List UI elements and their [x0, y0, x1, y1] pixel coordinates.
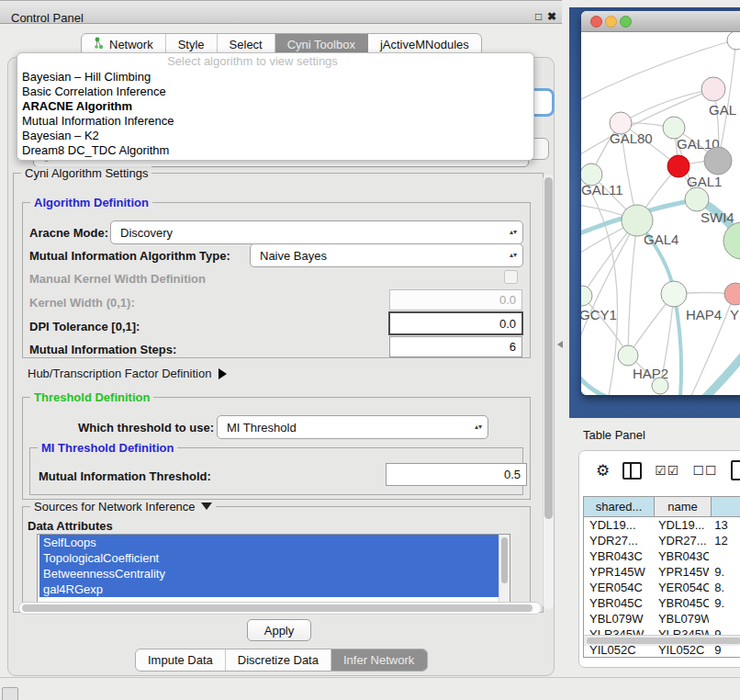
- settings-horizontal-scrollbar[interactable]: [18, 602, 542, 615]
- aracne-mode-select[interactable]: Discovery ▴▾: [110, 220, 523, 244]
- network-window-titlebar[interactable]: [581, 11, 740, 32]
- algorithm-option[interactable]: Mutual Information Inference: [17, 114, 533, 129]
- data-attribute-item[interactable]: TopologicalCoefficient: [39, 550, 499, 566]
- node-table[interactable]: shared... name YDL19...YDL19...13YDR27..…: [583, 496, 740, 658]
- network-edge: [674, 294, 681, 395]
- deselect-all-checks-icon[interactable]: ☐☐: [692, 463, 717, 478]
- expand-right-icon: [219, 368, 227, 379]
- network-node-label: HAP4: [686, 307, 722, 322]
- data-attribute-item[interactable]: gal4RGexp: [39, 581, 499, 597]
- algorithm-option[interactable]: Dream8 DC_TDC Algorithm: [17, 143, 533, 158]
- network-node[interactable]: [701, 77, 725, 101]
- mi-threshold-label: Mutual Information Threshold:: [39, 469, 211, 483]
- which-threshold-label: Which threshold to use:: [78, 421, 214, 435]
- close-window-icon[interactable]: ✖: [547, 10, 556, 23]
- kernel-width-label: Kernel Width (0,1):: [29, 296, 135, 310]
- table-horizontal-scrollbar[interactable]: [584, 635, 740, 646]
- select-all-checks-icon[interactable]: ☑☑: [655, 463, 679, 478]
- apply-button[interactable]: Apply: [247, 619, 311, 641]
- network-node[interactable]: [723, 222, 740, 259]
- mi-algorithm-type-select[interactable]: Naive Bayes ▴▾: [250, 243, 523, 267]
- network-icon: [94, 37, 105, 52]
- close-traffic-light-icon[interactable]: [590, 16, 602, 28]
- algorithm-option[interactable]: Basic Correlation Inference: [17, 85, 533, 99]
- table-row[interactable]: YDR27...YDR27...12: [584, 533, 740, 548]
- table-row[interactable]: YDL19...YDL19...13: [584, 517, 740, 533]
- status-strip: [0, 677, 740, 700]
- network-node[interactable]: [727, 32, 740, 50]
- manual-kernel-width-checkbox[interactable]: [504, 270, 518, 284]
- table-row[interactable]: YBR045CYBR045C9.: [584, 595, 740, 611]
- table-row[interactable]: YPR145WYPR145W9.: [584, 564, 740, 580]
- network-node[interactable]: [652, 378, 668, 394]
- mi-threshold-definition-title: MI Threshold Definition: [38, 441, 177, 455]
- table-cell: [709, 548, 740, 564]
- document-icon[interactable]: [731, 460, 740, 480]
- tab-impute-data[interactable]: Impute Data: [136, 649, 226, 671]
- data-attribute-item[interactable]: BetweennessCentrality: [39, 566, 499, 581]
- table-cell: 9.: [709, 564, 740, 580]
- which-threshold-select[interactable]: MI Threshold ▴▾: [217, 415, 488, 439]
- table-row[interactable]: YBR043CYBR043C: [584, 548, 740, 564]
- network-node[interactable]: [724, 283, 740, 305]
- table-panel-card: ⚙ ☑☑ ☐☐ shared... name YDL19...YDL19...1…: [578, 450, 740, 668]
- float-window-icon[interactable]: □: [535, 10, 542, 23]
- table-row[interactable]: YBL079WYBL079W: [584, 611, 740, 627]
- network-edge: [703, 352, 740, 395]
- network-node[interactable]: [618, 345, 638, 366]
- algorithm-dropdown-items: Bayesian – Hill ClimbingBasic Correlatio…: [17, 70, 533, 158]
- table-cell: YDR27...: [584, 533, 653, 548]
- algorithm-option[interactable]: ARACNE Algorithm: [17, 99, 533, 114]
- grid-corner-button[interactable]: [2, 687, 18, 700]
- network-node[interactable]: [685, 187, 709, 211]
- tab-infer-network[interactable]: Infer Network: [331, 649, 427, 671]
- algorithm-dropdown-hint: Select algorithm to view settings: [17, 53, 533, 70]
- network-edge: [582, 296, 628, 356]
- table-cell: YBL079W: [584, 611, 653, 627]
- list-vertical-scrollbar[interactable]: [499, 535, 510, 602]
- network-window[interactable]: GALGAL80GAL10GAL1GAL11SWI4GAL4GCY1HAP4YH…: [581, 11, 740, 395]
- data-attribute-item[interactable]: SelfLoops: [39, 535, 499, 550]
- network-node[interactable]: [661, 281, 687, 307]
- algorithm-option[interactable]: Bayesian – Hill Climbing: [17, 70, 533, 85]
- settings-vertical-scrollbar[interactable]: [543, 175, 554, 609]
- sources-group-title[interactable]: Sources for Network Inference: [30, 500, 216, 514]
- mi-steps-label: Mutual Information Steps:: [29, 343, 176, 356]
- bottom-tabstrip: Impute Data Discretize Data Infer Networ…: [135, 649, 428, 672]
- column-header-name[interactable]: name: [655, 497, 712, 517]
- table-panel-title: Table Panel: [583, 428, 645, 442]
- minimize-traffic-light-icon[interactable]: [605, 16, 617, 28]
- settings-gear-icon[interactable]: ⚙: [596, 461, 610, 480]
- algorithm-option[interactable]: Bayesian – K2: [17, 129, 533, 143]
- control-panel-titlebar: [0, 0, 562, 24]
- tab-discretize-data[interactable]: Discretize Data: [226, 649, 331, 671]
- algorithm-definition-title: Algorithm Definition: [30, 196, 152, 209]
- table-cell: 13: [709, 517, 740, 533]
- table-cell: YBR043C: [584, 548, 653, 564]
- table-row[interactable]: YER054CYER054C8.: [584, 580, 740, 595]
- data-attributes-label: Data Attributes: [28, 519, 113, 533]
- kernel-width-input[interactable]: 0.0: [389, 289, 522, 310]
- column-header-partial[interactable]: [712, 497, 740, 517]
- network-desktop: GALGAL80GAL10GAL1GAL11SWI4GAL4GCY1HAP4YH…: [569, 7, 740, 418]
- algorithm-dropdown: Select algorithm to view settings Bayesi…: [17, 52, 534, 161]
- hub-transcription-section[interactable]: Hub/Transcription Factor Definition: [28, 367, 227, 380]
- mi-steps-input[interactable]: 6: [389, 336, 522, 357]
- mi-threshold-input[interactable]: 0.5: [386, 463, 527, 486]
- table-cell: YDL19...: [584, 517, 653, 533]
- network-node-label: GAL11: [581, 182, 623, 198]
- network-node[interactable]: [581, 286, 592, 306]
- zoom-traffic-light-icon[interactable]: [620, 16, 632, 28]
- manual-kernel-width-label: Manual Kernel Width Definition: [29, 272, 206, 286]
- column-header-shared-name[interactable]: shared...: [584, 497, 655, 517]
- network-node-label: GAL4: [644, 231, 678, 247]
- splitter-collapse-icon[interactable]: [557, 341, 563, 348]
- collapse-down-icon: [201, 502, 212, 510]
- split-pane-icon[interactable]: [622, 462, 642, 480]
- network-node-label: GAL80: [610, 130, 653, 146]
- combo-spinner-icon: ▴▾: [510, 253, 517, 258]
- dpi-tolerance-input[interactable]: 0.0: [388, 311, 523, 335]
- network-canvas[interactable]: GALGAL80GAL10GAL1GAL11SWI4GAL4GCY1HAP4YH…: [581, 32, 740, 395]
- network-node[interactable]: [704, 147, 732, 175]
- data-attributes-list[interactable]: SelfLoopsTopologicalCoefficientBetweenne…: [37, 534, 510, 603]
